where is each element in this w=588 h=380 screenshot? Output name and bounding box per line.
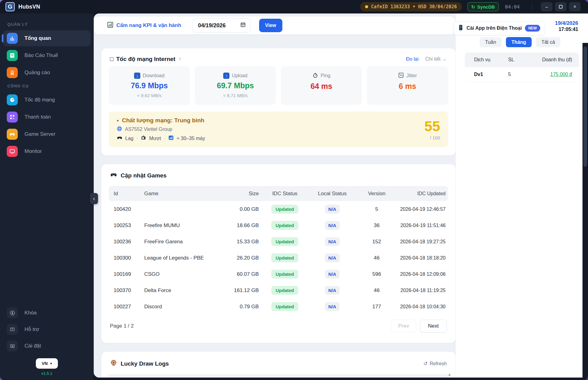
prev-page-button[interactable]: Prev <box>391 320 416 332</box>
settings-icon <box>7 340 18 352</box>
sidebar-item-ho-tro[interactable]: Hỗ trợ <box>3 321 91 337</box>
minimize-button[interactable]: – <box>541 2 552 11</box>
status-badge: Updated <box>271 221 298 230</box>
ping-value: 64 ms <box>311 82 332 91</box>
metric-label: Download <box>143 73 164 78</box>
syncdb-button[interactable]: ↻ SyncDB <box>467 2 499 11</box>
tv-icon <box>141 135 146 142</box>
status-badge: N/A <box>325 221 340 230</box>
quality-title: Chất lượng mạng: Trung bình <box>122 117 204 124</box>
language-dropdown[interactable]: VN ▾ <box>36 358 58 369</box>
remeasure-link[interactable]: Đo lại <box>406 56 419 62</box>
refresh-button[interactable]: ↺ Refresh <box>424 361 447 367</box>
quality-tag: Lag <box>125 136 134 141</box>
jitter-metric: Jitter 6 ms <box>367 66 448 105</box>
download-value: 76.9 Mbps <box>131 81 168 90</box>
games-update-card: Cập nhật Games Id Game Size IDC Status L… <box>101 164 456 343</box>
tab-tuan[interactable]: Tuần <box>480 37 502 47</box>
table-row: Dv1 5 175.000 đ <box>465 67 579 82</box>
next-page-button[interactable]: Next <box>420 320 447 332</box>
network-speed-card: □ Tốc độ mạng Internet ? Đo lại Chi tiết… <box>101 48 456 156</box>
page-header-card: Cẩm nang KPI & vận hành 04/19/2026 View <box>94 16 456 35</box>
refresh-icon: ↺ <box>424 361 428 367</box>
current-date: 19/4/2026 <box>555 20 578 26</box>
upload-value: 69.7 Mbps <box>217 81 254 90</box>
lucky-table-header-strip <box>107 374 449 378</box>
close-button[interactable]: × <box>569 2 581 11</box>
app-logo-icon: G <box>6 2 15 11</box>
sidebar-item-game-server[interactable]: Game Server <box>3 126 91 142</box>
current-time: 17:05:41 <box>555 26 578 32</box>
download-metric: ↓ Download 76.9 Mbps ≈ 9.62 MB/s <box>109 66 190 105</box>
status-badge: N/A <box>325 270 340 279</box>
install-app-button[interactable]: Cài App trên Điện Thoại NEW <box>453 21 545 35</box>
tab-tat-ca[interactable]: Tất cả <box>536 37 560 47</box>
help-icon[interactable]: ? <box>179 57 181 62</box>
tab-thang[interactable]: Tháng <box>506 37 532 47</box>
status-dot-icon <box>365 5 368 8</box>
sidebar-item-label: Quảng cáo <box>24 70 50 76</box>
sidebar-section-tools: CÔNG CỤ <box>7 84 91 88</box>
sidebar-item-label: Báo Cáo Thuế <box>24 52 58 59</box>
date-input[interactable]: 04/19/2026 <box>192 18 251 32</box>
app-name: HubsVN <box>18 4 40 10</box>
service-revenue-table: Dịch vụ SL Doanh thu (đ) Dv1 5 175.000 đ <box>465 52 579 82</box>
sidebar-item-cai-dat[interactable]: Cài đặt <box>3 338 91 354</box>
lock-icon <box>7 307 18 318</box>
col-game: Game <box>144 191 219 197</box>
sidebar-item-monitor[interactable]: Monitor <box>3 143 91 159</box>
titlebar-separator <box>532 3 532 10</box>
vertical-scrollbar[interactable] <box>582 43 588 378</box>
view-button[interactable]: View <box>259 19 282 32</box>
maximize-icon <box>559 5 563 9</box>
page-indicator: Page 1 / 2 <box>110 323 134 329</box>
speedometer-icon <box>7 94 18 105</box>
jitter-value: 6 ms <box>399 82 416 91</box>
ping-metric: Ping 64 ms <box>281 66 362 105</box>
sidebar-item-tong-quan[interactable]: Tổng quan <box>3 30 91 46</box>
quality-tag: Mượt <box>149 136 161 141</box>
app-window: G HubsVN CafeID 1363233 • HSD 30/04/2026… <box>0 0 588 380</box>
sidebar-item-khoa[interactable]: Khóa <box>3 305 91 321</box>
sidebar-collapse-button[interactable]: ‹ <box>90 193 98 204</box>
maximize-button[interactable] <box>555 2 567 11</box>
scrollbar-thumb[interactable] <box>583 47 587 167</box>
kpi-link-label: Cẩm nang KPI & vận hành <box>116 22 181 28</box>
service-table-header: Dịch vụ SL Doanh thu (đ) <box>465 52 579 67</box>
col-quantity: SL <box>508 57 533 63</box>
sidebar-item-thanh-toan[interactable]: Thanh toán <box>3 109 91 125</box>
sidebar-item-label: Tổng quan <box>24 35 51 41</box>
kpi-handbook-link[interactable]: Cẩm nang KPI & vận hành <box>107 22 181 29</box>
detail-link[interactable]: Chi tiết → <box>425 56 447 62</box>
sidebar-item-quang-cao[interactable]: Quảng cáo <box>3 65 91 81</box>
support-chat-icon <box>7 324 18 335</box>
sidebar-item-toc-do-mang[interactable]: Tốc độ mạng <box>3 92 91 108</box>
scroll-to-top-button[interactable]: ▲ <box>447 372 451 377</box>
metric-label: Ping <box>321 73 330 78</box>
language-value: VN <box>42 361 47 366</box>
sidebar-item-label: Khóa <box>24 310 37 316</box>
quality-score: 55 <box>424 119 440 133</box>
table-row: 100169CSGO 60.07 GB Updated N/A 5962026-… <box>109 266 448 282</box>
sidebar-item-bao-cao-thue[interactable]: Báo Cáo Thuế <box>3 48 91 63</box>
metric-label: Upload <box>232 73 247 78</box>
sidebar-item-label: Hỗ trợ <box>24 326 39 332</box>
ferris-wheel-icon <box>110 359 117 368</box>
status-badge: Updated <box>271 286 298 295</box>
status-badge: N/A <box>325 205 340 214</box>
lucky-draw-card: Lucky Draw Logs ↺ Refresh <box>101 352 456 378</box>
titlebar: G HubsVN CafeID 1363233 • HSD 30/04/2026… <box>0 0 588 13</box>
games-table: Id Game Size IDC Status Local Status Ver… <box>109 186 448 315</box>
table-row: 100370Delta Force 161.12 GB Updated N/A … <box>109 282 448 298</box>
download-icon: ↓ <box>134 73 140 79</box>
col-id: Id <box>109 191 144 197</box>
games-section-title: Cập nhật Games <box>109 171 448 180</box>
medal-icon <box>7 67 18 78</box>
sidebar-item-label: Game Server <box>24 131 55 137</box>
sidebar-item-label: Monitor <box>24 148 42 154</box>
phone-icon <box>458 25 463 32</box>
quality-tag: ≈ 30–35 máy <box>177 136 205 141</box>
right-panel: Cài App trên Điện Thoại NEW 19/4/2026 17… <box>456 13 588 378</box>
table-row: 100236FreeFire Garena 15.33 GB Updated N… <box>109 234 448 250</box>
sync-icon: ↻ <box>471 5 475 9</box>
